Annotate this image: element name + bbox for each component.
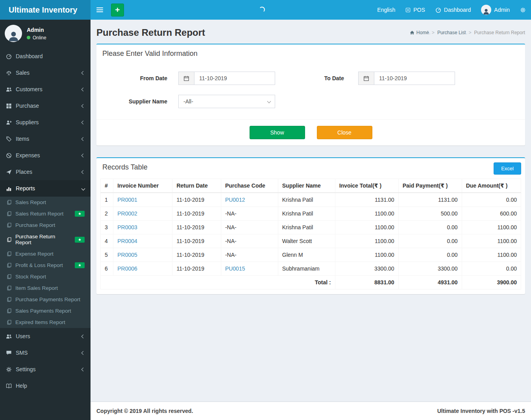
invoice-number-link[interactable]: PR0003 [117, 224, 137, 230]
sidebar-item-purchase-report[interactable]: Purchase Report [0, 219, 91, 231]
from-date-input[interactable] [194, 72, 275, 85]
sidebar-item-sales-return-report[interactable]: Sales Return Report [0, 208, 91, 219]
from-date-label: From Date [102, 75, 167, 81]
sidebar-item-settings[interactable]: Settings [0, 361, 91, 378]
purchase-code-link[interactable]: PU0012 [225, 197, 245, 203]
sidebar-item-sales[interactable]: Sales [0, 64, 91, 81]
invoice-number-link[interactable]: PR0006 [117, 265, 137, 272]
col-header-purchase-code: Purchase Code [221, 179, 278, 193]
invoice-number-link[interactable]: PR0005 [117, 252, 137, 258]
cell-due-amount: 1100.00 [462, 248, 521, 262]
sidebar-item-purchase-payments-report[interactable]: Purchase Payments Report [0, 294, 91, 305]
sidebar-item-customers[interactable]: Customers [0, 81, 91, 98]
user-menu-label: Admin [494, 7, 510, 13]
to-date-group: To Date [283, 72, 455, 85]
breadcrumb-home[interactable]: Home [410, 30, 429, 35]
version-text: Ultimate Inventory with POS -v1.5 [437, 408, 525, 414]
language-menu[interactable]: English [372, 0, 400, 20]
menu-entry: Purchase [0, 98, 91, 114]
submenu-entry: Expired Items Report [0, 317, 91, 328]
book-icon [6, 383, 12, 389]
sidebar-item-profit-loss-report[interactable]: Profit & Loss Report [0, 260, 91, 271]
filter-form: From Date To Date [96, 62, 525, 119]
filter-panel: Please Enter Valid Information From Date [96, 44, 525, 146]
sidebar-item-sales-payments-report[interactable]: Sales Payments Report [0, 305, 91, 317]
sidebar-item-stock-report[interactable]: Stock Report [0, 271, 91, 282]
menu-entry: Places [0, 164, 91, 180]
cell-paid-payment: 1131.00 [398, 193, 462, 207]
records-table: #Invoice NumberReturn DatePurchase CodeS… [100, 179, 521, 289]
comments-icon [6, 350, 12, 356]
sidebar-item-purchase-return-report[interactable]: Purchase Return Report [0, 231, 91, 248]
quick-add-button[interactable]: + [111, 4, 124, 17]
sidebar: Admin Online DashboardSalesCustomersPurc… [0, 20, 91, 420]
sidebar-item-reports[interactable]: Reports [0, 180, 91, 197]
supplier-select[interactable]: -All- [178, 95, 275, 108]
cell-invoice-number: PR0003 [113, 221, 172, 234]
chevron-left-icon [81, 153, 85, 157]
invoice-number-link[interactable]: PR0001 [117, 197, 137, 203]
cell-invoice-total: 1100.00 [335, 221, 398, 234]
sidebar-item-users[interactable]: Users [0, 328, 91, 344]
submenu-label: Stock Report [15, 274, 85, 280]
hamburger-icon [96, 6, 103, 13]
grid-icon [6, 103, 12, 109]
bar-chart-icon [6, 186, 12, 192]
file-icon [7, 223, 12, 228]
records-panel-header: Records Table Excel [96, 158, 525, 175]
page-title: Purchase Return Report [96, 27, 205, 38]
excel-export-button[interactable]: Excel [494, 162, 521, 175]
cell-supplier-name: Glenn M [278, 248, 335, 262]
menu-entry: Suppliers [0, 114, 91, 131]
to-date-input[interactable] [374, 72, 455, 85]
user-menu[interactable]: Admin [476, 0, 515, 20]
from-date-group: From Date [102, 72, 275, 85]
app-logo[interactable]: Ultimate Inventory [0, 0, 91, 20]
invoice-number-link[interactable]: PR0002 [117, 210, 137, 217]
user-status-label: Online [33, 35, 46, 41]
total-due-amount: 3900.00 [462, 276, 521, 289]
sidebar-item-expired-items-report[interactable]: Expired Items Report [0, 317, 91, 328]
sidebar-item-item-sales-report[interactable]: Item Sales Report [0, 282, 91, 294]
submenu-label: Profit & Loss Report [15, 262, 70, 268]
pos-link[interactable]: POS [400, 0, 430, 20]
purchase-code-link[interactable]: PU0015 [225, 265, 245, 272]
menu-entry: Sales [0, 64, 91, 81]
sidebar-item-expense-report[interactable]: Expense Report [0, 248, 91, 260]
sidebar-item-sales-report[interactable]: Sales Report [0, 197, 91, 208]
sidebar-item-suppliers[interactable]: Suppliers [0, 114, 91, 131]
dashboard-link[interactable]: Dashboard [430, 0, 476, 20]
col-header-invoice-number: Invoice Number [113, 179, 172, 193]
sidebar-item-dashboard[interactable]: Dashboard [0, 48, 91, 64]
settings-menu[interactable] [515, 0, 531, 20]
cell-purchase-code: -NA- [221, 234, 278, 248]
cell-due-amount: 0.00 [462, 262, 521, 276]
cell-paid-payment: 0.00 [398, 234, 462, 248]
sidebar-item-items[interactable]: Items [0, 131, 91, 147]
invoice-number-link[interactable]: PR0004 [117, 238, 137, 244]
total-invoice-total: 8831.00 [335, 276, 398, 289]
sidebar-item-help[interactable]: Help [0, 378, 91, 394]
user-status[interactable]: Online [27, 35, 46, 41]
breadcrumb-purchase-list[interactable]: Purchase List [437, 30, 466, 35]
cell-paid-payment: 0.00 [398, 248, 462, 262]
cell-due-amount: 1100.00 [462, 221, 521, 234]
sidebar-item-purchase[interactable]: Purchase [0, 98, 91, 114]
user-panel: Admin Online [0, 20, 91, 47]
sidebar-toggle-button[interactable] [91, 0, 109, 20]
show-button[interactable]: Show [250, 126, 305, 139]
users-icon [6, 87, 12, 92]
plus-square-icon [405, 7, 411, 13]
submenu-entry: Stock Report [0, 271, 91, 282]
file-icon [7, 320, 12, 325]
menu-label: Expenses [16, 152, 78, 158]
sidebar-item-sms[interactable]: SMS [0, 344, 91, 361]
cell-return-date: 11-10-2019 [172, 207, 221, 221]
submenu-entry: Purchase Return Report [0, 231, 91, 248]
menu-entry: Expenses [0, 147, 91, 164]
sidebar-item-expenses[interactable]: Expenses [0, 147, 91, 164]
close-button[interactable]: Close [317, 126, 372, 139]
sidebar-item-places[interactable]: Places [0, 164, 91, 180]
cell-purchase-code: -NA- [221, 221, 278, 234]
app-title: Ultimate Inventory [9, 6, 77, 15]
